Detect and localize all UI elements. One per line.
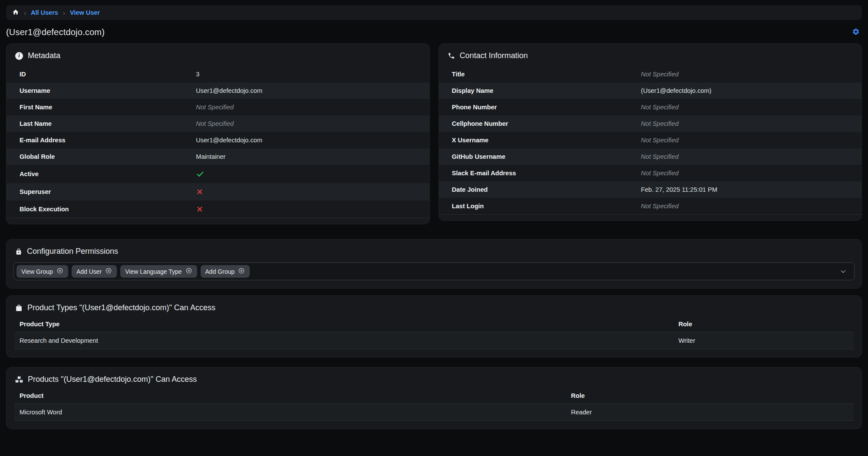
- contact-table: Title Not Specified Display Name (User1@…: [439, 66, 862, 215]
- settings-gear-button[interactable]: [851, 26, 861, 38]
- table-row: Superuser: [7, 183, 429, 200]
- field-label: First Name: [7, 99, 192, 115]
- field-label: Username: [7, 82, 192, 99]
- permissions-multiselect[interactable]: View Group Add User View Language Type: [13, 262, 855, 280]
- field-label: Last Name: [7, 115, 192, 132]
- configuration-permissions-card: Configuration Permissions View Group Add…: [6, 239, 862, 289]
- field-value: [192, 200, 429, 218]
- table-header-row: Product Type Role: [14, 318, 854, 332]
- field-value: Not Specified: [637, 198, 861, 215]
- column-header-product-type: Product Type: [14, 318, 673, 332]
- field-label: Title: [439, 66, 638, 82]
- product-types-header: Product Types "(User1@defectdojo.com)" C…: [7, 296, 861, 318]
- field-value: (User1@defectdojo.com): [637, 82, 861, 99]
- tag-remove-button[interactable]: [238, 267, 245, 276]
- field-label: Last Login: [439, 198, 638, 215]
- home-link[interactable]: [12, 9, 19, 17]
- permission-tag-label: Add Group: [205, 268, 235, 275]
- circle-x-icon: [56, 267, 63, 276]
- circle-x-icon: [105, 267, 112, 276]
- breadcrumb-separator: ›: [24, 9, 26, 16]
- permission-tag-label: View Language Type: [125, 268, 182, 275]
- field-value: Not Specified: [637, 148, 861, 165]
- products-header: Products "(User1@defectdojo.com)" Can Ac…: [7, 367, 861, 390]
- table-row: GitHub Username Not Specified: [439, 148, 862, 165]
- contact-card-header: Contact Information: [439, 44, 862, 66]
- table-row: Phone Number Not Specified: [439, 99, 862, 115]
- table-row: Display Name (User1@defectdojo.com): [439, 82, 862, 99]
- role-cell: Writer: [673, 332, 854, 349]
- products-title: Products "(User1@defectdojo.com)" Can Ac…: [28, 375, 197, 384]
- field-label: Superuser: [7, 183, 192, 200]
- metadata-card-header: i Metadata: [7, 44, 429, 66]
- field-value: [192, 183, 429, 200]
- field-value: Not Specified: [637, 132, 861, 148]
- tag-remove-button[interactable]: [105, 267, 112, 276]
- field-label: GitHub Username: [439, 148, 638, 165]
- tag-remove-button[interactable]: [56, 267, 63, 276]
- permission-tag: Add User: [72, 265, 117, 278]
- table-row: First Name Not Specified: [7, 99, 429, 115]
- permission-tag: Add Group: [201, 265, 250, 278]
- table-row: Research and Development Writer: [14, 332, 854, 349]
- field-value: Not Specified: [637, 165, 861, 181]
- phone-icon: [448, 52, 455, 59]
- field-label: Cellphone Number: [439, 115, 638, 132]
- table-row: Last Name Not Specified: [7, 115, 429, 132]
- info-icon: i: [15, 52, 23, 60]
- metadata-table: ID 3 Username User1@defectdojo.com First…: [7, 66, 429, 218]
- permission-tag-label: View Group: [21, 268, 53, 275]
- field-label: E-mail Address: [7, 132, 192, 148]
- field-label: X Username: [439, 132, 638, 148]
- table-row: X Username Not Specified: [439, 132, 862, 148]
- cross-icon: [196, 188, 204, 196]
- field-label: Block Execution: [7, 200, 192, 218]
- product-cell: Microsoft Word: [14, 404, 566, 421]
- circle-x-icon: [185, 267, 192, 276]
- field-value: Not Specified: [637, 115, 861, 132]
- table-row: Global Role Maintainer: [7, 148, 429, 165]
- column-header-role: Role: [566, 390, 854, 404]
- table-row: Date Joined Feb. 27, 2025 11:25:01 PM: [439, 181, 862, 198]
- breadcrumb: › All Users › View User: [6, 5, 862, 20]
- table-row: Title Not Specified: [439, 66, 862, 82]
- page-title: (User1@defectdojo.com): [6, 27, 105, 37]
- breadcrumb-link-view-user[interactable]: View User: [70, 9, 100, 16]
- product-types-title: Product Types "(User1@defectdojo.com)" C…: [27, 303, 215, 312]
- field-value: Maintainer: [192, 148, 429, 165]
- tag-remove-button[interactable]: [185, 267, 192, 276]
- chevron-down-icon[interactable]: [839, 268, 847, 276]
- table-row: Last Login Not Specified: [439, 198, 862, 215]
- contact-information-card: Contact Information Title Not Specified …: [439, 43, 862, 221]
- check-icon: [196, 170, 205, 178]
- table-row: Microsoft Word Reader: [14, 404, 854, 421]
- table-row: Cellphone Number Not Specified: [439, 115, 862, 132]
- field-value: Not Specified: [192, 99, 429, 115]
- breadcrumb-separator: ›: [63, 9, 65, 16]
- page-header: (User1@defectdojo.com): [6, 26, 861, 38]
- cross-icon: [196, 205, 204, 213]
- table-row: ID 3: [7, 66, 429, 82]
- metadata-card: i Metadata ID 3 Username User1@defectdoj…: [6, 43, 430, 224]
- product-type-cell: Research and Development: [14, 332, 673, 349]
- product-types-card: Product Types "(User1@defectdojo.com)" C…: [6, 295, 862, 358]
- field-value: User1@defectdojo.com: [192, 82, 429, 99]
- field-label: Date Joined: [439, 181, 638, 198]
- lock-icon: [15, 248, 22, 256]
- permission-tag: View Language Type: [120, 265, 197, 278]
- field-label: Phone Number: [439, 99, 638, 115]
- field-value: Not Specified: [637, 99, 861, 115]
- field-value: Not Specified: [637, 66, 861, 82]
- table-header-row: Product Role: [14, 390, 854, 404]
- field-value: [192, 165, 429, 183]
- configuration-permissions-header: Configuration Permissions: [7, 239, 861, 262]
- breadcrumb-link-all-users[interactable]: All Users: [31, 9, 58, 16]
- circle-x-icon: [238, 267, 245, 276]
- field-value: Feb. 27, 2025 11:25:01 PM: [637, 181, 861, 198]
- field-value: User1@defectdojo.com: [192, 132, 429, 148]
- column-header-product: Product: [14, 390, 566, 404]
- permission-tag-label: Add User: [76, 268, 102, 275]
- home-icon: [12, 9, 19, 17]
- bag-icon: [15, 304, 23, 312]
- field-label: Display Name: [439, 82, 638, 99]
